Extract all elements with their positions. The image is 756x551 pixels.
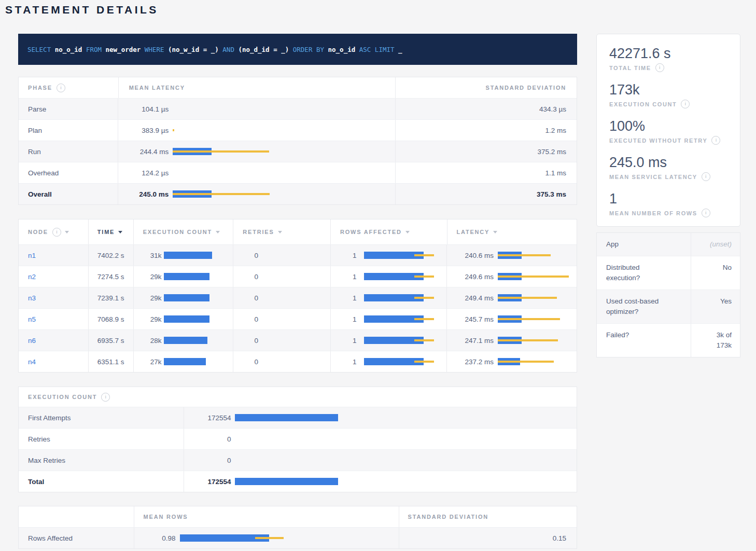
node-link[interactable]: n5: [28, 315, 36, 323]
sql-token: SELECT: [27, 46, 55, 53]
node-table-body: n17402.2 s31k01240.6 msn27274.5 s29k0124…: [19, 245, 577, 372]
rows-affected-value: 1: [331, 315, 357, 323]
execution-count-column-header[interactable]: EXECUTION COUNT: [134, 219, 234, 244]
bar-chart: [164, 252, 231, 259]
phase-mean-latency-cell: 245.0 ms: [118, 184, 396, 204]
stat-value: 100%: [609, 118, 727, 134]
rows-affected-table: MEAN ROWS STANDARD DEVIATION Rows Affect…: [18, 506, 577, 549]
info-icon[interactable]: i: [702, 172, 710, 181]
info-icon[interactable]: i: [681, 100, 690, 108]
attribute-label: App: [597, 233, 691, 256]
node-execution-count-cell: 27k: [134, 351, 234, 372]
info-icon[interactable]: i: [655, 63, 664, 72]
bar-stddev-segment: [255, 537, 283, 539]
node-rows-affected-cell: 1: [331, 309, 447, 329]
bar-mean-segment: [164, 358, 206, 365]
rows-affected-column-header[interactable]: ROWS AFFECTED: [331, 219, 447, 244]
rows-affected-value: 1: [331, 252, 357, 259]
attribute-row: Failed?3k of 173k: [597, 324, 740, 357]
execution-count-row: Retries0: [19, 429, 577, 450]
info-icon[interactable]: i: [52, 228, 61, 237]
bar-mean-segment: [235, 478, 338, 485]
phase-std-dev-value: 1.2 ms: [396, 120, 577, 141]
node-row: n46351.1 s27k01237.2 ms: [19, 351, 577, 372]
info-icon[interactable]: i: [57, 84, 65, 92]
latency-column-label: LATENCY: [457, 229, 490, 235]
stat-value: 245.0 ms: [609, 154, 727, 171]
time-column-header[interactable]: TIME: [89, 219, 134, 244]
attribute-value-cell: No: [691, 256, 740, 290]
bar-stddev-segment: [498, 254, 551, 256]
attribute-label-text: Used cost-based optimizer?: [606, 296, 668, 317]
statement-attributes-table: App(unset)Distributed execution?NoUsed c…: [596, 232, 740, 357]
phase-std-dev-value: 1.1 ms: [396, 162, 577, 183]
bar-stddev-segment: [173, 193, 270, 195]
attribute-row: App(unset): [597, 233, 740, 256]
retries-column-header[interactable]: RETRIES: [233, 219, 331, 244]
node-latency-cell: 249.6 ms: [447, 266, 577, 287]
node-column-header[interactable]: NODE i: [19, 219, 89, 244]
rows-affected-value: 1: [331, 273, 357, 281]
bar-chart: [364, 294, 442, 301]
node-cell: n3: [19, 287, 89, 308]
rows-affected-value: 1: [331, 337, 357, 345]
sort-arrow-icon: [493, 231, 497, 233]
bar-chart: [364, 358, 442, 365]
rows-affected-column-label: ROWS AFFECTED: [340, 229, 402, 235]
bar-chart: [364, 315, 442, 323]
execution-count-column-label: EXECUTION COUNT: [143, 229, 212, 235]
time-column-label: TIME: [97, 229, 115, 235]
phase-label: Overhead: [19, 162, 118, 183]
node-execution-count-cell: 28k: [134, 330, 234, 351]
node-rows-affected-cell: 1: [331, 330, 447, 351]
node-link[interactable]: n1: [28, 252, 36, 259]
bar-mean-segment: [164, 315, 209, 323]
bar-chart: [173, 148, 401, 155]
phase-mean-latency-cell: 104.1 µs: [118, 99, 396, 119]
empty-header-cell: [19, 506, 134, 527]
latency-column-header[interactable]: LATENCY: [447, 219, 577, 244]
phase-row: Parse104.1 µs434.3 µs: [19, 99, 577, 120]
retries-value: 0: [233, 358, 258, 366]
retries-value: 0: [233, 273, 258, 281]
node-link[interactable]: n4: [28, 358, 36, 366]
content-layout: SELECT no_o_id FROM new_order WHERE (no_…: [18, 34, 740, 549]
phase-label: Parse: [19, 99, 118, 119]
info-icon[interactable]: i: [711, 136, 720, 145]
execution-count-value-cell: 0: [184, 450, 577, 471]
bar-chart: [180, 534, 398, 542]
mean-rows-column-header: MEAN ROWS: [134, 506, 399, 527]
sort-arrow-icon: [405, 231, 410, 233]
sql-token: (no_w_id = _): [168, 46, 222, 53]
info-icon[interactable]: i: [702, 209, 710, 217]
execution-count-value-cell: 0: [184, 429, 577, 449]
rows-affected-table-body: Rows Affected0.980.15: [19, 528, 577, 548]
execution-count-value: 0: [184, 457, 231, 464]
phase-label: Plan: [19, 120, 118, 141]
node-link[interactable]: n2: [28, 273, 36, 281]
bar-stddev-segment: [414, 297, 434, 299]
sql-token: no_o_id: [55, 46, 86, 53]
bar-mean-segment: [164, 252, 213, 259]
sql-token: new_order: [106, 46, 145, 53]
execution-count-value: 31k: [134, 252, 162, 259]
main-column: SELECT no_o_id FROM new_order WHERE (no_…: [18, 34, 577, 549]
node-retries-cell: 0: [233, 330, 331, 351]
phase-row: Overall245.0 ms375.3 ms: [19, 184, 577, 204]
phase-column-header[interactable]: PHASE i: [19, 77, 119, 98]
sql-statement: SELECT no_o_id FROM new_order WHERE (no_…: [27, 46, 402, 53]
node-column-label: NODE: [28, 229, 48, 235]
sql-token: ASC LIMIT: [359, 46, 398, 53]
sql-token: AND: [222, 46, 238, 53]
node-link[interactable]: n3: [28, 294, 36, 302]
attribute-value: 3k of 173k: [702, 330, 732, 351]
sort-arrow-icon: [216, 231, 220, 233]
bar-chart: [235, 414, 567, 421]
node-link[interactable]: n6: [28, 337, 36, 345]
bar-stddev-segment: [498, 297, 557, 299]
info-icon[interactable]: i: [101, 393, 110, 402]
phase-label: Run: [19, 141, 118, 162]
phase-mean-latency-cell: 383.9 µs: [118, 120, 396, 141]
mean-latency-value: 244.4 ms: [118, 148, 173, 156]
execution-count-value-cell: 172554: [184, 407, 577, 428]
